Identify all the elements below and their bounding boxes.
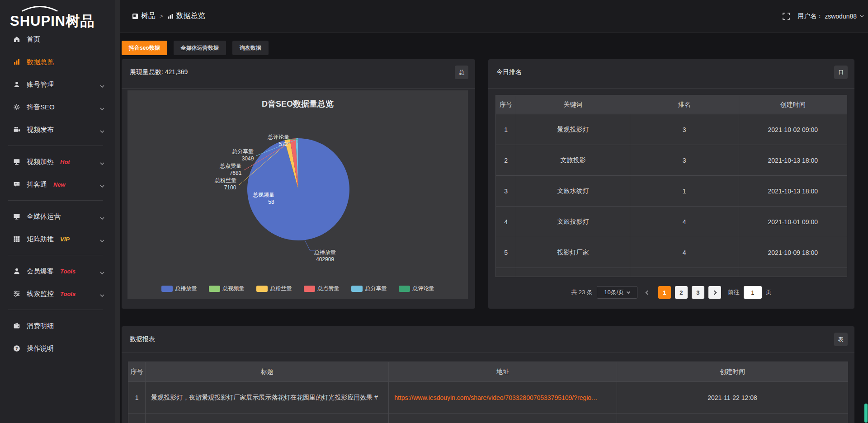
col-header: 创建时间 (739, 95, 847, 114)
pie-label-name: 总点赞量 (219, 163, 241, 169)
chart-legend: 总播放量 总视频量 总粉丝量 总点赞量 总分享量 总评论量 (127, 285, 468, 292)
ranking-table-row: 3 文旅水纹灯 1 2021-10-13 18:00 (496, 176, 847, 207)
sidebar-item-chart[interactable]: 数据总览 (0, 51, 115, 73)
sidebar-divider (8, 310, 103, 310)
member-icon (13, 267, 21, 275)
sidebar-item-home[interactable]: 首页 (0, 28, 115, 51)
breadcrumb-item-home[interactable]: 树品 (132, 11, 156, 21)
report-table-row: 1 景观投影灯，夜游景观投影灯厂家展示展示落花灯在花园里的灯光投影应用效果 # … (128, 382, 848, 414)
legend-swatch (399, 286, 410, 292)
next-page-button[interactable] (708, 286, 721, 299)
day-corner-button[interactable]: 日 (834, 66, 848, 79)
pie-label-name: 总分享量 (231, 148, 254, 155)
page-buttons: 1 2 3 (658, 286, 704, 299)
tab-0[interactable]: 抖音seo数据 (122, 41, 167, 55)
bar-chart-icon (167, 13, 174, 19)
prev-page-button[interactable] (642, 286, 654, 299)
app-root: SHUPIN树品 首页 数据总览 账号管理 抖音SEO (0, 0, 868, 423)
sidebar-item-user[interactable]: 账号管理 (0, 73, 115, 96)
cell-rank: 3 (630, 145, 739, 176)
fullscreen-icon[interactable] (782, 12, 790, 20)
legend-item-总视频量[interactable]: 总视频量 (209, 285, 245, 292)
legend-item-总粉丝量[interactable]: 总粉丝量 (256, 285, 292, 292)
user-dropdown[interactable]: 用户名：zswodun88 (797, 12, 864, 20)
screen-icon (13, 158, 21, 166)
tab-2[interactable]: 询盘数据 (232, 41, 269, 55)
pie-label-name: 总视频量 (252, 192, 274, 198)
logo-text-cn: 树品 (66, 13, 94, 29)
goto-page-input[interactable] (744, 286, 762, 299)
legend-swatch (256, 286, 268, 292)
sidebar-item-monitor[interactable]: 全媒体运营 (0, 205, 115, 228)
cell-rank: 3 (630, 114, 739, 145)
total-corner-button[interactable]: 总 (455, 66, 468, 79)
chevron-down-icon (99, 237, 105, 244)
legend-label: 总视频量 (223, 285, 245, 292)
chevron-down-icon (99, 291, 105, 299)
user-icon (13, 80, 21, 89)
cell-index: 4 (496, 207, 516, 237)
pie-label-name: 总评论量 (267, 134, 289, 140)
chevron-down-icon (859, 14, 864, 18)
report-header-row: 序号 标题 地址 创建时间 (128, 362, 848, 382)
home-icon (13, 35, 21, 43)
page-size-select[interactable]: 10条/页 (597, 286, 637, 299)
cell-index: 5 (496, 237, 516, 268)
pie-label-value: 3049 (242, 155, 254, 162)
cell-rank: 1 (630, 176, 739, 207)
col-header: 地址 (389, 362, 617, 382)
col-header: 标题 (146, 362, 389, 382)
page-button-2[interactable]: 2 (675, 286, 688, 299)
pie-label-name: 总播放量 (314, 249, 336, 255)
sidebar-item-sliders[interactable]: 线索监控 Tools (0, 282, 115, 305)
pie-chart: 总播放量402909总视频量58总粉丝量7100总点赞量7681总分享量3049… (127, 90, 468, 299)
sidebar-item-grid[interactable]: 矩阵助推 VIP (0, 228, 115, 250)
legend-item-总播放量[interactable]: 总播放量 (161, 285, 197, 292)
chevron-down-icon (99, 82, 105, 90)
pagination-total: 共 23 条 (571, 288, 593, 296)
ranking-table: 序号 关键词 排名 创建时间 1 景观投影灯 3 2021-10-02 09:0… (495, 95, 847, 277)
legend-item-总评论量[interactable]: 总评论量 (399, 285, 434, 292)
sidebar-item-chat[interactable]: 抖客通 New (0, 173, 115, 196)
breadcrumb-item-current[interactable]: 数据总览 (167, 11, 205, 21)
ranking-table-row: 4 文旅投影灯 4 2021-10-01 09:00 (496, 207, 847, 237)
pie-label-value: 572 (279, 141, 288, 147)
col-header: 创建时间 (617, 362, 848, 382)
sidebar-item-wallet[interactable]: 消费明细 (0, 315, 115, 337)
sidebar-item-label: 矩阵助推 (27, 235, 54, 244)
video-link[interactable]: https://www.iesdouyin.com/share/video/70… (394, 394, 598, 401)
legend-item-总点赞量[interactable]: 总点赞量 (304, 285, 340, 292)
card-divider (488, 88, 854, 89)
sidebar-item-label: 视频发布 (27, 126, 54, 134)
video-icon (13, 126, 21, 134)
pie-label-value: 58 (268, 199, 274, 205)
sidebar-item-member[interactable]: 会员爆客 Tools (0, 260, 115, 282)
svg-text:?: ? (15, 346, 18, 351)
username-value: zswodun88 (825, 13, 857, 20)
sidebar-item-label: 消费明细 (27, 322, 54, 330)
sidebar-item-badge: New (53, 181, 66, 188)
col-header: 序号 (128, 362, 146, 382)
tab-1[interactable]: 全媒体运营数据 (174, 41, 226, 55)
card-divider (122, 352, 854, 352)
legend-item-总分享量[interactable]: 总分享量 (351, 285, 387, 292)
sidebar-item-gear[interactable]: 抖音SEO (0, 96, 115, 118)
sidebar-item-question[interactable]: ? 操作说明 (0, 337, 115, 360)
table-corner-button[interactable]: 表 (834, 333, 848, 346)
breadcrumb: 树品 > 数据总览 (132, 11, 205, 21)
pie-label-value: 7100 (224, 184, 236, 191)
page-scrollbar-thumb[interactable] (864, 404, 868, 423)
sidebar-item-screen[interactable]: 视频加热 Hot (0, 150, 115, 173)
page-button-1[interactable]: 1 (658, 286, 671, 299)
sidebar-item-video[interactable]: 视频发布 (0, 118, 115, 141)
cell-created: 2021-10-01 09:00 (739, 207, 847, 237)
chevron-down-icon (99, 105, 105, 113)
ranking-card-title: 今日排名 (496, 68, 522, 76)
gear-icon (13, 103, 21, 111)
wallet-icon (13, 322, 21, 330)
page-button-3[interactable]: 3 (692, 286, 704, 299)
grid-icon (13, 235, 21, 243)
ranking-table-row: 2 文旅投影 3 2021-10-13 18:00 (496, 145, 847, 176)
pie-label-name: 总粉丝量 (214, 177, 236, 183)
cell-index: 1 (128, 382, 146, 414)
